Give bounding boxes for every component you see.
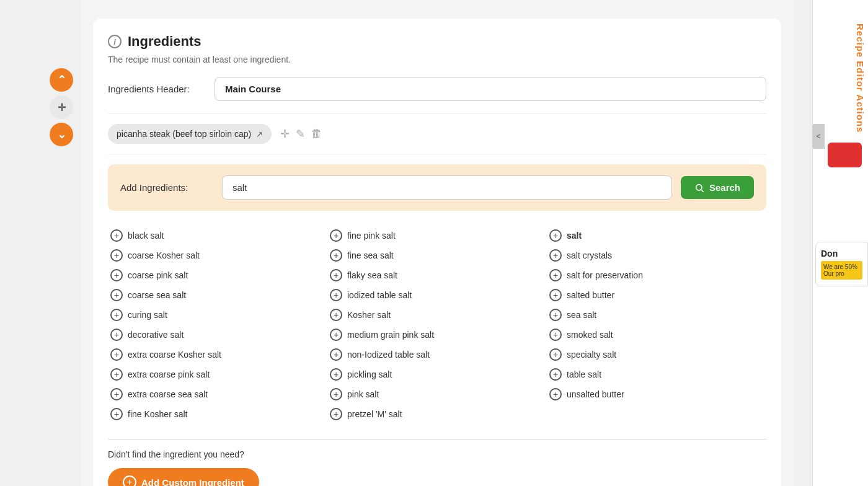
ingredients-section: i Ingredients The recipe must contain at… [93,19,781,486]
ingredient-name: picanha steak (beef top sirloin cap) [117,129,251,139]
list-item[interactable]: + medium grain pink salt [327,325,547,345]
add-icon: + [330,368,342,381]
add-icon: + [330,269,342,281]
list-item[interactable]: + flaky sea salt [327,265,547,285]
add-icon: + [110,408,123,420]
list-item[interactable]: + specialty salt [547,345,766,365]
add-icon: + [110,269,123,281]
list-item[interactable]: + extra coarse Kosher salt [108,345,327,365]
donate-sub: We are 50% Our pro [821,261,862,280]
list-item[interactable]: + extra coarse sea salt [108,384,327,404]
edit-icon[interactable]: ✎ [296,127,305,141]
list-item[interactable]: + salt crystals [547,245,766,265]
results-grid: + black salt + coarse Kosher salt + coar… [108,221,766,429]
donate-title: Don [821,249,862,258]
list-item[interactable]: + Kosher salt [327,305,547,325]
side-controls: ⌃ ✛ ⌄ [50,68,73,146]
ingredients-header-input[interactable] [215,77,766,101]
add-icon: + [110,388,123,400]
add-icon: + [330,329,342,341]
list-item[interactable]: + unsalted butter [547,384,766,404]
add-icon: + [549,329,562,341]
not-found-text: Didn't find the ingredient you need? [108,449,766,459]
add-ingredients-input[interactable] [222,175,672,200]
add-icon: + [549,388,562,400]
list-item[interactable]: + coarse sea salt [108,285,327,305]
search-button[interactable]: Search [681,176,754,199]
list-item[interactable]: + iodized table salt [327,285,547,305]
list-item[interactable]: + fine Kosher salt [108,404,327,424]
sidebar-toggle-button[interactable]: < [812,124,825,149]
drag-handle-icon[interactable]: ✛ [280,127,290,141]
add-ingredients-label: Add Ingredients: [120,182,213,193]
list-item[interactable]: + pretzel 'M' salt [327,404,547,424]
list-item[interactable]: + coarse pink salt [108,265,327,285]
list-item[interactable]: + curing salt [108,305,327,325]
list-item[interactable]: + black salt [108,226,327,245]
add-icon: + [549,269,562,281]
add-ingredients-area: Add Ingredients: Search [108,164,766,211]
section-header: i Ingredients [108,33,766,50]
main-content: i Ingredients The recipe must contain at… [81,0,794,486]
list-item[interactable]: + pink salt [327,384,547,404]
add-icon: + [549,309,562,321]
list-item[interactable]: + sea salt [547,305,766,325]
list-item[interactable]: + non-Iodized table salt [327,345,547,365]
add-icon: + [110,229,123,242]
add-icon: + [330,408,342,420]
add-icon: + [330,289,342,301]
list-item[interactable]: + coarse Kosher salt [108,245,327,265]
add-icon: + [110,368,123,381]
search-icon [694,183,704,193]
list-item[interactable]: + fine sea salt [327,245,547,265]
add-icon: + [330,229,342,242]
add-icon: + [330,388,342,400]
add-icon: + [549,289,562,301]
add-icon: + [110,289,123,301]
add-icon: + [549,348,562,361]
svg-line-1 [701,190,703,192]
list-item[interactable]: + table salt [547,365,766,384]
divider [108,439,766,440]
list-item[interactable]: + salt for preservation [547,265,766,285]
add-icon: + [110,249,123,262]
section-title: Ingredients [128,33,202,50]
list-item[interactable]: + decorative salt [108,325,327,345]
add-icon: + [110,309,123,321]
delete-icon[interactable]: 🗑 [311,127,322,141]
move-button[interactable]: ✛ [50,95,73,119]
list-item[interactable]: + extra coarse pink salt [108,365,327,384]
list-item[interactable]: + pickling salt [327,365,547,384]
ingredient-actions: ✛ ✎ 🗑 [280,127,322,141]
svg-point-0 [696,184,702,190]
list-item[interactable]: + fine pink salt [327,226,547,245]
sidebar-red-button[interactable] [828,143,862,167]
scroll-up-button[interactable]: ⌃ [50,68,73,92]
add-icon: + [549,368,562,381]
results-col-3: + salt + salt crystals + salt for preser… [547,226,766,424]
list-item[interactable]: + smoked salt [547,325,766,345]
results-col-1: + black salt + coarse Kosher salt + coar… [108,226,327,424]
ingredient-chip: picanha steak (beef top sirloin cap) ↗ [108,124,272,144]
add-icon: + [330,309,342,321]
list-item[interactable]: + salt [547,226,766,245]
scroll-down-button[interactable]: ⌄ [50,123,73,146]
recipe-editor-actions-label[interactable]: Recipe Editor Actions [852,19,868,138]
sidebar-donate: Don We are 50% Our pro [815,242,868,286]
right-sidebar: < Recipe Editor Actions Don We are 50% O… [812,0,868,486]
ingredient-item: picanha steak (beef top sirloin cap) ↗ ✛… [108,114,766,154]
section-subtitle: The recipe must contain at least one ing… [108,55,766,64]
add-icon: + [110,329,123,341]
results-col-2: + fine pink salt + fine sea salt + flaky… [327,226,547,424]
ingredients-header-row: Ingredients Header: [108,77,766,114]
external-link-icon[interactable]: ↗ [256,130,263,139]
ingredients-header-label: Ingredients Header: [108,84,207,94]
plus-circle-icon: + [123,475,136,486]
list-item[interactable]: + salted butter [547,285,766,305]
add-icon: + [110,348,123,361]
add-custom-ingredient-button[interactable]: + Add Custom Ingredient [108,468,259,486]
add-icon: + [330,348,342,361]
info-icon: i [108,35,122,48]
add-icon: + [330,249,342,262]
add-icon: + [549,229,562,242]
